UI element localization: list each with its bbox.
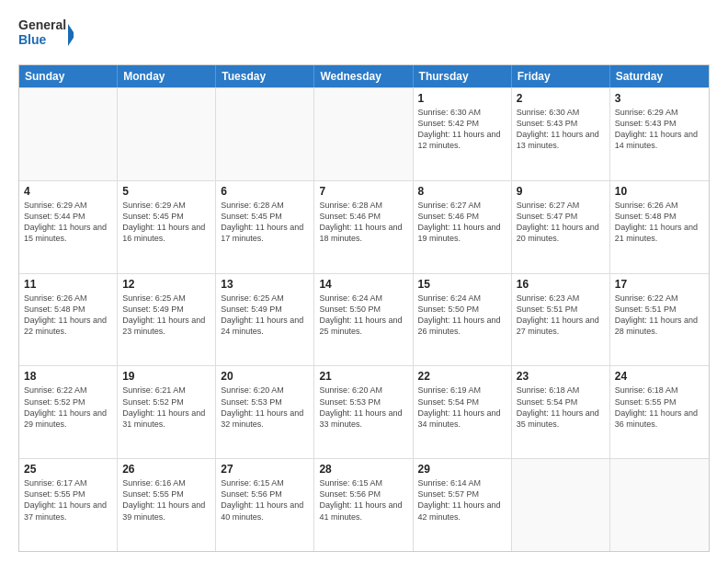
cell-info: Sunrise: 6:20 AM Sunset: 5:53 PM Dayligh…	[221, 385, 309, 430]
calendar-cell-3-1: 19Sunrise: 6:21 AM Sunset: 5:52 PM Dayli…	[118, 366, 216, 458]
calendar-row-3: 18Sunrise: 6:22 AM Sunset: 5:52 PM Dayli…	[19, 365, 709, 458]
day-number: 14	[319, 278, 407, 291]
calendar-cell-3-5: 23Sunrise: 6:18 AM Sunset: 5:54 PM Dayli…	[512, 366, 610, 458]
day-number: 4	[24, 185, 112, 198]
day-number: 8	[418, 185, 506, 198]
header-day-thursday: Thursday	[414, 65, 512, 87]
day-number: 9	[517, 185, 605, 198]
calendar-cell-0-0	[19, 88, 118, 180]
calendar-cell-1-0: 4Sunrise: 6:29 AM Sunset: 5:44 PM Daylig…	[19, 181, 118, 273]
cell-info: Sunrise: 6:18 AM Sunset: 5:55 PM Dayligh…	[615, 385, 704, 430]
calendar-cell-0-6: 3Sunrise: 6:29 AM Sunset: 5:43 PM Daylig…	[610, 88, 709, 180]
page: General Blue SundayMondayTuesdayWednesda…	[0, 0, 728, 563]
day-number: 22	[418, 370, 506, 383]
calendar-cell-2-3: 14Sunrise: 6:24 AM Sunset: 5:50 PM Dayli…	[314, 274, 413, 366]
cell-info: Sunrise: 6:29 AM Sunset: 5:44 PM Dayligh…	[24, 200, 112, 245]
cell-info: Sunrise: 6:25 AM Sunset: 5:49 PM Dayligh…	[122, 293, 210, 338]
day-number: 23	[517, 370, 605, 383]
day-number: 28	[319, 463, 407, 476]
cell-info: Sunrise: 6:22 AM Sunset: 5:51 PM Dayligh…	[615, 293, 704, 338]
header-day-tuesday: Tuesday	[216, 65, 314, 87]
cell-info: Sunrise: 6:29 AM Sunset: 5:43 PM Dayligh…	[615, 107, 704, 152]
calendar-cell-3-2: 20Sunrise: 6:20 AM Sunset: 5:53 PM Dayli…	[216, 366, 314, 458]
calendar-cell-0-2	[216, 88, 314, 180]
cell-info: Sunrise: 6:18 AM Sunset: 5:54 PM Dayligh…	[517, 385, 605, 430]
calendar-cell-2-5: 16Sunrise: 6:23 AM Sunset: 5:51 PM Dayli…	[512, 274, 610, 366]
day-number: 16	[517, 278, 605, 291]
day-number: 5	[122, 185, 210, 198]
day-number: 27	[221, 463, 309, 476]
header-day-friday: Friday	[512, 65, 610, 87]
cell-info: Sunrise: 6:26 AM Sunset: 5:48 PM Dayligh…	[615, 200, 704, 245]
cell-info: Sunrise: 6:24 AM Sunset: 5:50 PM Dayligh…	[418, 293, 506, 338]
cell-info: Sunrise: 6:24 AM Sunset: 5:50 PM Dayligh…	[319, 293, 407, 338]
day-number: 18	[24, 370, 112, 383]
day-number: 19	[122, 370, 210, 383]
calendar-cell-2-4: 15Sunrise: 6:24 AM Sunset: 5:50 PM Dayli…	[414, 274, 512, 366]
cell-info: Sunrise: 6:28 AM Sunset: 5:45 PM Dayligh…	[221, 200, 309, 245]
cell-info: Sunrise: 6:29 AM Sunset: 5:45 PM Dayligh…	[122, 200, 210, 245]
day-number: 13	[221, 278, 309, 291]
calendar-cell-1-6: 10Sunrise: 6:26 AM Sunset: 5:48 PM Dayli…	[610, 181, 709, 273]
calendar-cell-0-4: 1Sunrise: 6:30 AM Sunset: 5:42 PM Daylig…	[414, 88, 512, 180]
cell-info: Sunrise: 6:27 AM Sunset: 5:46 PM Dayligh…	[418, 200, 506, 245]
cell-info: Sunrise: 6:25 AM Sunset: 5:49 PM Dayligh…	[221, 293, 309, 338]
calendar-cell-1-2: 6Sunrise: 6:28 AM Sunset: 5:45 PM Daylig…	[216, 181, 314, 273]
calendar-cell-2-2: 13Sunrise: 6:25 AM Sunset: 5:49 PM Dayli…	[216, 274, 314, 366]
cell-info: Sunrise: 6:26 AM Sunset: 5:48 PM Dayligh…	[24, 293, 112, 338]
calendar-cell-4-6	[610, 459, 709, 551]
day-number: 24	[615, 370, 704, 383]
calendar-cell-3-6: 24Sunrise: 6:18 AM Sunset: 5:55 PM Dayli…	[610, 366, 709, 458]
day-number: 12	[122, 278, 210, 291]
day-number: 25	[24, 463, 112, 476]
day-number: 17	[615, 278, 704, 291]
cell-info: Sunrise: 6:28 AM Sunset: 5:46 PM Dayligh…	[319, 200, 407, 245]
calendar-cell-2-0: 11Sunrise: 6:26 AM Sunset: 5:48 PM Dayli…	[19, 274, 118, 366]
calendar-cell-0-1	[118, 88, 216, 180]
day-number: 3	[615, 92, 704, 105]
calendar-cell-2-6: 17Sunrise: 6:22 AM Sunset: 5:51 PM Dayli…	[610, 274, 709, 366]
cell-info: Sunrise: 6:20 AM Sunset: 5:53 PM Dayligh…	[319, 385, 407, 430]
cell-info: Sunrise: 6:15 AM Sunset: 5:56 PM Dayligh…	[221, 477, 309, 523]
day-number: 1	[418, 92, 506, 105]
calendar-cell-4-4: 29Sunrise: 6:14 AM Sunset: 5:57 PM Dayli…	[414, 459, 512, 551]
svg-text:Blue: Blue	[18, 32, 47, 47]
svg-text:General: General	[18, 17, 66, 32]
calendar-header-row: SundayMondayTuesdayWednesdayThursdayFrid…	[19, 65, 709, 87]
day-number: 11	[24, 278, 112, 291]
calendar-body: 1Sunrise: 6:30 AM Sunset: 5:42 PM Daylig…	[19, 87, 709, 551]
logo: General Blue	[18, 15, 74, 55]
calendar-cell-4-3: 28Sunrise: 6:15 AM Sunset: 5:56 PM Dayli…	[314, 459, 413, 551]
calendar-row-1: 4Sunrise: 6:29 AM Sunset: 5:44 PM Daylig…	[19, 180, 709, 273]
calendar-cell-4-0: 25Sunrise: 6:17 AM Sunset: 5:55 PM Dayli…	[19, 459, 118, 551]
calendar-cell-1-4: 8Sunrise: 6:27 AM Sunset: 5:46 PM Daylig…	[414, 181, 512, 273]
day-number: 20	[221, 370, 309, 383]
calendar-row-0: 1Sunrise: 6:30 AM Sunset: 5:42 PM Daylig…	[19, 87, 709, 180]
cell-info: Sunrise: 6:22 AM Sunset: 5:52 PM Dayligh…	[24, 385, 112, 430]
svg-marker-2	[68, 24, 74, 46]
calendar-cell-1-5: 9Sunrise: 6:27 AM Sunset: 5:47 PM Daylig…	[512, 181, 610, 273]
day-number: 10	[615, 185, 704, 198]
calendar-row-2: 11Sunrise: 6:26 AM Sunset: 5:48 PM Dayli…	[19, 273, 709, 366]
day-number: 29	[418, 463, 506, 476]
day-number: 15	[418, 278, 506, 291]
header-day-monday: Monday	[118, 65, 216, 87]
calendar-row-4: 25Sunrise: 6:17 AM Sunset: 5:55 PM Dayli…	[19, 458, 709, 551]
header: General Blue	[18, 15, 710, 55]
calendar-cell-0-5: 2Sunrise: 6:30 AM Sunset: 5:43 PM Daylig…	[512, 88, 610, 180]
day-number: 7	[319, 185, 407, 198]
cell-info: Sunrise: 6:15 AM Sunset: 5:56 PM Dayligh…	[319, 477, 407, 523]
cell-info: Sunrise: 6:16 AM Sunset: 5:55 PM Dayligh…	[122, 477, 210, 523]
cell-info: Sunrise: 6:21 AM Sunset: 5:52 PM Dayligh…	[122, 385, 210, 430]
cell-info: Sunrise: 6:30 AM Sunset: 5:42 PM Dayligh…	[418, 107, 506, 152]
header-day-sunday: Sunday	[19, 65, 118, 87]
calendar-cell-3-0: 18Sunrise: 6:22 AM Sunset: 5:52 PM Dayli…	[19, 366, 118, 458]
header-day-saturday: Saturday	[610, 65, 709, 87]
cell-info: Sunrise: 6:27 AM Sunset: 5:47 PM Dayligh…	[517, 200, 605, 245]
calendar-cell-2-1: 12Sunrise: 6:25 AM Sunset: 5:49 PM Dayli…	[118, 274, 216, 366]
header-day-wednesday: Wednesday	[314, 65, 413, 87]
calendar-cell-0-3	[314, 88, 413, 180]
day-number: 2	[517, 92, 605, 105]
cell-info: Sunrise: 6:23 AM Sunset: 5:51 PM Dayligh…	[517, 293, 605, 338]
cell-info: Sunrise: 6:19 AM Sunset: 5:54 PM Dayligh…	[418, 385, 506, 430]
